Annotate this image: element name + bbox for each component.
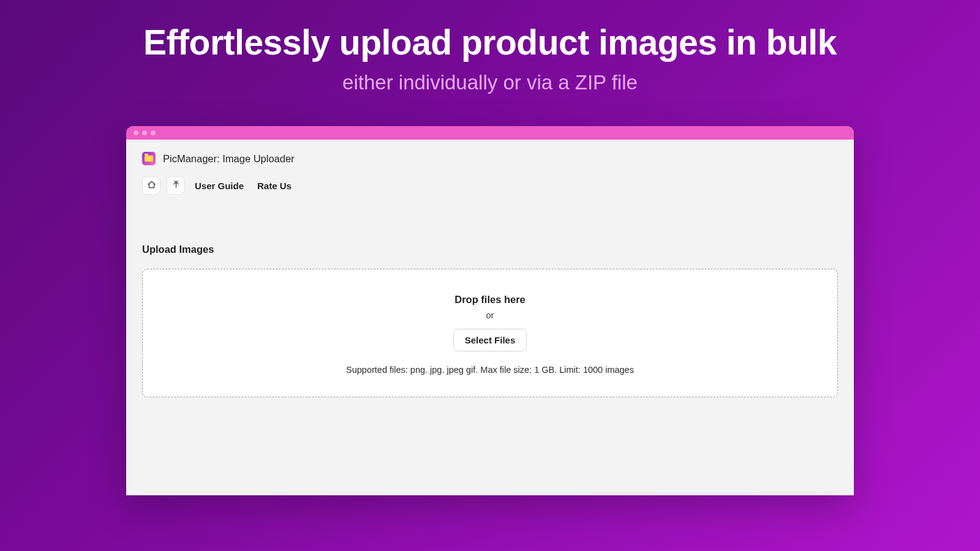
dropzone-or-text: or [486,310,494,320]
section-title-upload-images: Upload Images [142,244,838,255]
app-title: PicManager: Image Uploader [163,153,295,165]
user-guide-link[interactable]: User Guide [191,178,247,193]
hero-subtitle: either individually or via a ZIP file [0,71,980,94]
traffic-light-close-icon[interactable] [134,130,138,135]
rate-us-link[interactable]: Rate Us [254,178,295,193]
app-logo-icon [142,152,156,165]
home-icon [147,180,156,192]
main-content: Upload Images Drop files here or Select … [126,207,854,495]
file-dropzone[interactable]: Drop files here or Select Files Supporte… [142,269,838,397]
toolbar: User Guide Rate Us [126,171,854,207]
select-files-button[interactable]: Select Files [453,329,527,351]
hero-title: Effortlessly upload product images in bu… [0,22,980,62]
traffic-light-zoom-icon[interactable] [151,130,156,135]
supported-files-text: Supported files: png. jpg. jpeg gif. Max… [346,365,634,375]
traffic-light-minimize-icon[interactable] [142,130,147,135]
window-titlebar [126,126,854,140]
upload-button[interactable] [167,176,185,195]
app-window: PicManager: Image Uploader User Guide Ra… [126,126,854,495]
dropzone-heading: Drop files here [454,294,526,305]
home-button[interactable] [142,176,160,195]
app-header: PicManager: Image Uploader [126,140,854,171]
upload-arrow-icon [172,180,181,192]
